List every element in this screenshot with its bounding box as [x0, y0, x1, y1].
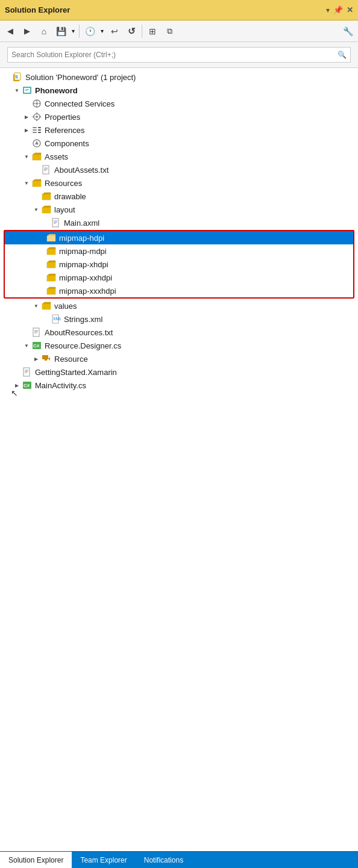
pin-icon[interactable]: 📌 — [333, 5, 343, 14]
svg-rect-42 — [47, 276, 55, 281]
properties-icon — [31, 111, 42, 122]
separator-2 — [142, 25, 142, 38]
tree-item-mipmap-xhdpi[interactable]: mipmap-xhdpi — [5, 258, 353, 271]
save-button[interactable]: 💾 — [53, 23, 69, 39]
tree-item-references[interactable]: References — [0, 123, 358, 137]
svg-text:C#: C# — [24, 383, 30, 388]
tree-item-phoneword[interactable]: Phoneword — [0, 84, 358, 97]
history-button[interactable]: 🕐 — [82, 23, 98, 39]
tree-item-mipmap-xxhdpi[interactable]: mipmap-xxhdpi — [5, 271, 353, 284]
expand-resource-designer[interactable] — [22, 339, 31, 352]
getting-started-label: GettingStarted.Xamarin — [35, 368, 117, 377]
resource-designer-label: Resource.Designer.cs — [45, 341, 121, 350]
svg-rect-5 — [25, 89, 29, 90]
layout-icon — [41, 204, 52, 215]
copy-button[interactable]: ⧉ — [162, 23, 177, 39]
title-bar: Solution Explorer ▾ 📌 ✕ — [0, 0, 358, 20]
tree-item-properties[interactable]: Properties — [0, 110, 358, 123]
history-icon: 🕐 — [85, 26, 95, 36]
expand-main-activity[interactable] — [12, 379, 22, 392]
mipmap-xxxhdpi-icon — [46, 285, 57, 296]
tree-item-main-axml[interactable]: Main.axml — [0, 216, 358, 229]
svg-text:C#: C# — [33, 343, 40, 349]
tree-item-drawable[interactable]: drawable — [0, 190, 358, 203]
svg-text:S: S — [15, 75, 18, 79]
search-icon: 🔍 — [338, 51, 347, 59]
pages-button[interactable]: ⊞ — [145, 23, 160, 39]
tree-item-resources[interactable]: Resources — [0, 176, 358, 190]
forward-button[interactable]: ▶ — [19, 23, 35, 39]
settings-button[interactable]: 🔧 — [340, 23, 356, 39]
drawable-icon — [41, 191, 52, 202]
tree-item-solution[interactable]: S Solution 'Phoneword' (1 project) — [0, 70, 358, 84]
history-dropdown-icon: ▾ — [101, 28, 104, 34]
main-axml-label: Main.axml — [64, 219, 99, 228]
save-icon: 💾 — [56, 26, 66, 36]
tab-solution-explorer[interactable]: Solution Explorer — [0, 852, 72, 868]
tree-item-mipmap-xxxhdpi[interactable]: mipmap-xxxhdpi — [5, 284, 353, 297]
svg-rect-44 — [42, 304, 51, 309]
svg-text:XML: XML — [53, 317, 61, 321]
mipmap-hdpi-label: mipmap-hdpi — [59, 234, 104, 243]
separator-1 — [79, 25, 80, 38]
back-button[interactable]: ◀ — [2, 23, 18, 39]
expand-resources[interactable] — [22, 176, 31, 190]
connected-services-icon — [31, 98, 42, 109]
tree-item-layout[interactable]: layout — [0, 203, 358, 216]
undo-button[interactable]: ↩ — [107, 23, 122, 39]
mipmap-xhdpi-icon — [46, 259, 57, 270]
svg-rect-24 — [38, 132, 41, 133]
tree-item-connected-services[interactable]: Connected Services — [0, 97, 358, 110]
expand-assets[interactable] — [22, 150, 31, 163]
svg-marker-55 — [48, 357, 50, 361]
phoneword-label: Phoneword — [35, 86, 78, 95]
expand-properties[interactable] — [22, 110, 31, 123]
svg-rect-15 — [36, 113, 37, 114]
title-bar-dropdown-icon[interactable]: ▾ — [326, 6, 330, 14]
tree-item-values[interactable]: values — [0, 299, 358, 312]
tree-item-resource-designer[interactable]: C# Resource.Designer.cs — [0, 339, 358, 352]
tree-item-about-assets[interactable]: AboutAssets.txt — [0, 163, 358, 176]
tree-item-getting-started[interactable]: GettingStarted.Xamarin — [0, 365, 358, 379]
svg-rect-54 — [45, 358, 47, 361]
tab-team-explorer[interactable]: Team Explorer — [72, 852, 135, 868]
toolbar: ◀ ▶ ⌂ 💾 ▾ 🕐 ▾ ↩ ↺ ⊞ ⧉ — [0, 20, 358, 42]
refresh-button[interactable]: ↺ — [124, 23, 139, 39]
home-button[interactable]: ⌂ — [36, 23, 52, 39]
mipmap-xxhdpi-label: mipmap-xxhdpi — [59, 273, 112, 282]
tree-item-resource[interactable]: Resource — [0, 352, 358, 365]
tree-container[interactable]: S Solution 'Phoneword' (1 project) Phone… — [0, 68, 358, 851]
tree-item-about-resources[interactable]: AboutResources.txt — [0, 326, 358, 339]
resource-icon — [41, 353, 52, 364]
tree-item-components[interactable]: Components — [0, 137, 358, 150]
about-assets-icon — [41, 164, 52, 175]
history-dropdown[interactable]: ▾ — [99, 23, 105, 39]
assets-icon — [31, 151, 42, 162]
tree-item-main-activity[interactable]: C# MainActivity.cs — [0, 379, 358, 392]
solution-explorer-tab-label: Solution Explorer — [8, 856, 63, 864]
tree-item-strings-xml[interactable]: XML Strings.xml — [0, 312, 358, 326]
expand-resource[interactable] — [31, 352, 41, 365]
tree-item-mipmap-mdpi[interactable]: mipmap-mdpi — [5, 244, 353, 258]
expand-references[interactable] — [22, 123, 31, 137]
svg-rect-34 — [42, 208, 51, 213]
main-activity-icon: C# — [22, 380, 33, 391]
save-dropdown-icon: ▾ — [72, 28, 75, 34]
search-bar[interactable]: 🔍 — [7, 47, 351, 63]
title-bar-controls: ▾ 📌 ✕ — [326, 5, 353, 14]
svg-rect-35 — [52, 219, 58, 227]
tab-notifications[interactable]: Notifications — [136, 852, 192, 868]
tree-item-assets[interactable]: Assets — [0, 150, 358, 163]
close-icon[interactable]: ✕ — [347, 5, 353, 14]
expand-values[interactable] — [31, 299, 41, 312]
getting-started-icon — [22, 367, 33, 377]
svg-point-14 — [36, 116, 38, 118]
svg-rect-43 — [47, 289, 55, 294]
save-dropdown[interactable]: ▾ — [70, 23, 77, 39]
main-axml-icon — [51, 217, 61, 228]
expand-phoneword[interactable] — [12, 84, 22, 97]
svg-rect-28 — [43, 166, 49, 174]
tree-item-mipmap-hdpi[interactable]: mipmap-hdpi — [5, 231, 353, 244]
search-input[interactable] — [11, 51, 338, 59]
expand-layout[interactable] — [31, 203, 41, 216]
